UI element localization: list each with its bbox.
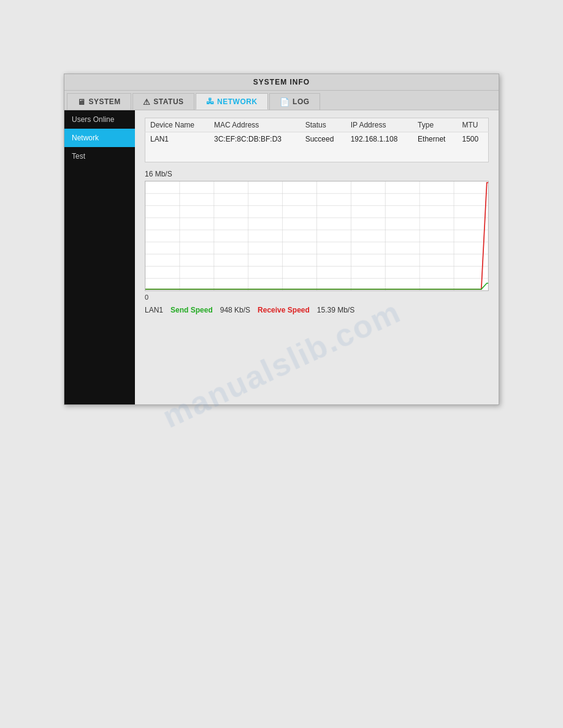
- sidebar: Users Online Network Test: [64, 110, 135, 404]
- cell-mac-address: 3C:EF:8C:DB:BF:D3: [209, 132, 301, 162]
- content-area: Users Online Network Test Device Name MA…: [64, 110, 499, 404]
- system-icon: 🖥: [77, 97, 86, 107]
- table-row: LAN1 3C:EF:8C:DB:BF:D3 Succeed 192.168.1…: [145, 132, 489, 162]
- sidebar-item-test[interactable]: Test: [64, 147, 135, 165]
- status-icon: ⚠: [143, 97, 151, 107]
- tab-network-label: NETWORK: [217, 97, 258, 106]
- network-info-table: Device Name MAC Address Status IP Addres…: [145, 118, 489, 162]
- lan-label: LAN1: [145, 306, 163, 314]
- sidebar-item-users-online[interactable]: Users Online: [64, 110, 135, 129]
- tab-status-label: STATUS: [153, 97, 183, 106]
- tab-network[interactable]: 🖧 NETWORK: [196, 93, 268, 110]
- tab-system[interactable]: 🖥 SYSTEM: [67, 93, 131, 110]
- col-status: Status: [301, 118, 346, 132]
- sidebar-network-label: Network: [72, 134, 99, 142]
- log-icon: 📄: [280, 97, 290, 107]
- sidebar-test-label: Test: [72, 152, 85, 161]
- tab-bar: 🖥 SYSTEM ⚠ STATUS 🖧 NETWORK 📄 LOG: [64, 91, 499, 110]
- speed-info: LAN1 Send Speed 948 Kb/S Receive Speed 1…: [145, 306, 489, 314]
- tab-system-label: SYSTEM: [89, 97, 121, 106]
- window-title: SYSTEM INFO: [253, 78, 310, 86]
- receive-speed-value: 15.39 Mb/S: [317, 306, 354, 314]
- col-device-name: Device Name: [145, 118, 209, 132]
- col-mac-address: MAC Address: [209, 118, 301, 132]
- sidebar-item-network[interactable]: Network: [64, 129, 135, 147]
- tab-log[interactable]: 📄 LOG: [269, 93, 320, 110]
- cell-type: Ethernet: [413, 132, 457, 162]
- main-content: Device Name MAC Address Status IP Addres…: [135, 110, 499, 404]
- col-ip-address: IP Address: [346, 118, 413, 132]
- tab-log-label: LOG: [293, 97, 310, 106]
- title-bar: SYSTEM INFO: [64, 74, 499, 91]
- chart-bottom-axis: 0: [145, 292, 489, 302]
- max-speed-label: 16 Mb/S: [145, 170, 489, 178]
- chart-svg: [145, 181, 488, 290]
- send-speed-label: Send Speed: [170, 306, 213, 314]
- network-icon: 🖧: [206, 97, 215, 106]
- col-type: Type: [413, 118, 457, 132]
- tab-status[interactable]: ⚠ STATUS: [132, 93, 194, 110]
- sidebar-users-label: Users Online: [72, 115, 114, 124]
- cell-status: Succeed: [301, 132, 346, 162]
- network-chart: [145, 181, 489, 291]
- zero-label: 0: [145, 294, 148, 301]
- cell-mtu: 1500: [457, 132, 488, 162]
- cell-ip-address: 192.168.1.108: [346, 132, 413, 162]
- receive-speed-label: Receive Speed: [258, 306, 310, 314]
- col-mtu: MTU: [457, 118, 488, 132]
- main-window: SYSTEM INFO 🖥 SYSTEM ⚠ STATUS 🖧 NETWORK …: [64, 74, 499, 405]
- send-speed-value: 948 Kb/S: [220, 306, 250, 314]
- cell-device-name: LAN1: [145, 132, 209, 162]
